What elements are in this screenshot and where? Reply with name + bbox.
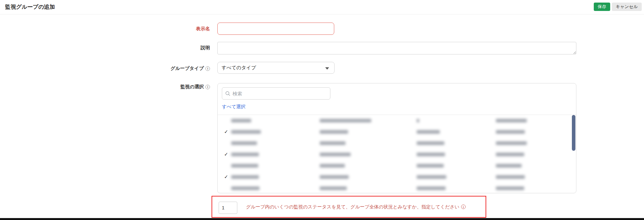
threshold-highlight-box: グループ内のいくつの監視のステータスを見て、グループ全体の状況とみなすか、指定し… [212, 196, 486, 218]
list-item[interactable]: ✓ [218, 149, 576, 160]
list-item[interactable]: ✓ [218, 126, 576, 138]
redacted-text [417, 141, 444, 145]
redacted-text [417, 153, 445, 156]
redacted-text [320, 164, 345, 167]
description-label-text: 説明 [201, 45, 210, 51]
threshold-message-text: グループ内のいくつの監視のステータスを見て、グループ全体の状況とみなすか、指定し… [246, 204, 459, 210]
chevron-down-icon [325, 67, 329, 70]
monitor-list: ✓✓✓ [218, 115, 576, 193]
header-actions: 保存 キャンセル [594, 3, 642, 11]
redacted-text [320, 141, 346, 145]
description-label: 説明 [106, 45, 210, 51]
monitor-search-input[interactable] [232, 91, 327, 96]
monitor-select-label-text: 監視の選択 [180, 84, 204, 90]
monitor-search-box[interactable] [222, 87, 330, 100]
cancel-button[interactable]: キャンセル [612, 3, 642, 11]
redacted-text [496, 141, 527, 145]
check-icon: ✓ [224, 129, 228, 135]
select-all-link[interactable]: すべて選択 [222, 104, 246, 110]
redacted-text [231, 130, 261, 134]
threshold-message: グループ内のいくつの監視のステータスを見て、グループ全体の状況とみなすか、指定し… [246, 196, 466, 217]
redacted-text [231, 153, 259, 156]
group-type-select[interactable]: すべてのタイプ [217, 62, 335, 74]
redacted-text [496, 119, 527, 122]
display-name-label-text: 表示名 [196, 26, 210, 32]
list-item[interactable] [218, 183, 576, 193]
redacted-text [320, 187, 347, 190]
redacted-text [417, 130, 440, 134]
redacted-text [496, 153, 524, 156]
redacted-text [231, 141, 257, 145]
group-type-label: グループタイプ i [106, 65, 210, 72]
redacted-text [417, 119, 419, 122]
info-icon[interactable]: i [205, 66, 210, 71]
info-icon[interactable]: i [461, 205, 466, 209]
monitor-select-panel: すべて選択 ✓✓✓ [217, 83, 576, 193]
list-item[interactable] [218, 160, 576, 171]
redacted-text [496, 187, 524, 190]
scrollbar-thumb[interactable] [572, 115, 575, 151]
display-name-label: 表示名 [106, 26, 210, 32]
redacted-text [417, 187, 446, 190]
group-type-selected-value: すべてのタイプ [222, 65, 256, 71]
list-item[interactable] [218, 115, 576, 126]
check-icon: ✓ [224, 174, 228, 180]
search-icon [225, 91, 230, 96]
info-icon[interactable]: i [205, 85, 210, 89]
bottom-border-bar [0, 218, 644, 220]
redacted-text [231, 119, 251, 122]
redacted-text [320, 130, 348, 134]
redacted-text [320, 153, 351, 156]
save-button[interactable]: 保存 [594, 3, 610, 11]
monitor-select-label: 監視の選択 i [106, 84, 210, 90]
description-textarea[interactable] [217, 42, 576, 54]
redacted-text [231, 164, 258, 167]
add-monitor-group-screen: 監視グループの追加 保存 キャンセル 表示名 説明 グループタイプ i すべての… [0, 0, 644, 220]
redacted-text [320, 175, 349, 179]
redacted-text [496, 130, 525, 134]
redacted-text [417, 164, 444, 167]
redacted-text [231, 187, 260, 190]
redacted-text [417, 175, 446, 179]
threshold-input[interactable] [219, 202, 237, 214]
list-item[interactable]: ✓ [218, 171, 576, 183]
redacted-text [320, 119, 371, 122]
redacted-text [496, 175, 525, 179]
redacted-text [496, 164, 522, 167]
display-name-input[interactable] [217, 23, 334, 35]
group-type-label-text: グループタイプ [170, 65, 204, 72]
redacted-text [231, 175, 259, 179]
page-title: 監視グループの追加 [5, 3, 55, 11]
header-divider [0, 14, 644, 14]
list-item[interactable] [218, 138, 576, 149]
check-icon: ✓ [224, 151, 228, 157]
